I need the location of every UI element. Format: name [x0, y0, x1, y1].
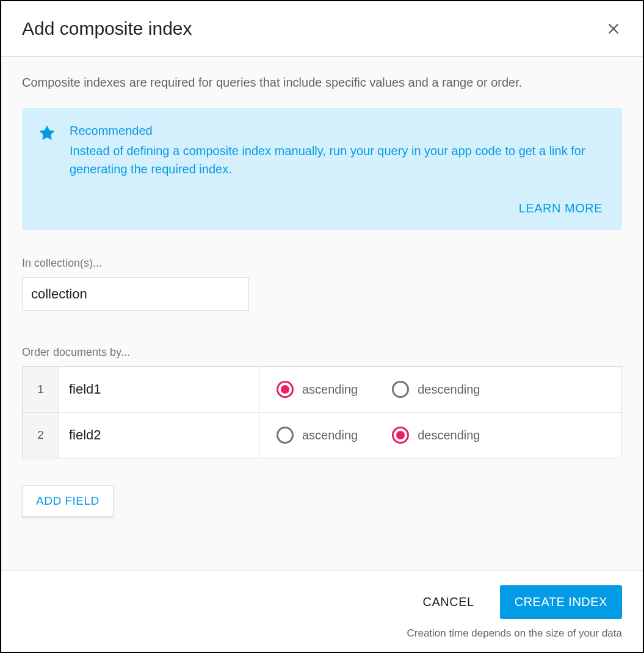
- footer-note: Creation time depends on the size of you…: [407, 627, 623, 640]
- close-icon[interactable]: [605, 20, 622, 37]
- row-number: 1: [23, 367, 59, 413]
- row-number: 2: [23, 413, 59, 458]
- dialog-footer: CANCEL CREATE INDEX Creation time depend…: [1, 570, 643, 652]
- ascending-radio[interactable]: ascending: [277, 381, 358, 398]
- info-body: Instead of defining a composite index ma…: [70, 142, 602, 178]
- field-name-input[interactable]: [59, 367, 259, 412]
- collection-input[interactable]: [22, 277, 249, 311]
- order-label: Order documents by...: [22, 346, 622, 359]
- descending-radio[interactable]: descending: [392, 381, 480, 398]
- add-field-button[interactable]: ADD FIELD: [22, 485, 114, 517]
- table-row: 2 ascending descending: [23, 413, 622, 458]
- add-composite-index-dialog: Add composite index Composite indexes ar…: [0, 0, 644, 653]
- radio-icon: [392, 427, 409, 444]
- star-icon: [38, 124, 56, 142]
- cancel-button[interactable]: CANCEL: [412, 586, 485, 618]
- dialog-description: Composite indexes are required for queri…: [22, 74, 622, 91]
- fields-table: 1 ascending descending: [22, 366, 622, 458]
- descending-radio[interactable]: descending: [392, 427, 480, 444]
- info-title: Recommended: [70, 124, 602, 138]
- create-index-button[interactable]: CREATE INDEX: [500, 585, 622, 619]
- radio-icon: [392, 381, 409, 398]
- radio-label: ascending: [302, 428, 358, 442]
- dialog-header: Add composite index: [1, 1, 643, 57]
- ascending-radio[interactable]: ascending: [277, 427, 358, 444]
- radio-label: descending: [418, 383, 480, 397]
- dialog-title: Add composite index: [22, 18, 192, 39]
- radio-label: ascending: [302, 383, 358, 397]
- radio-icon: [277, 427, 294, 444]
- learn-more-link[interactable]: LEARN MORE: [519, 201, 602, 215]
- sort-direction-group: ascending descending: [277, 367, 604, 412]
- dialog-body: Composite indexes are required for queri…: [1, 57, 643, 570]
- radio-icon: [277, 381, 294, 398]
- sort-direction-group: ascending descending: [277, 413, 604, 458]
- radio-label: descending: [418, 428, 480, 442]
- collection-label: In collection(s)...: [22, 257, 622, 270]
- recommended-info-box: Recommended Instead of defining a compos…: [22, 108, 622, 230]
- field-name-input[interactable]: [59, 413, 259, 458]
- table-row: 1 ascending descending: [23, 367, 622, 413]
